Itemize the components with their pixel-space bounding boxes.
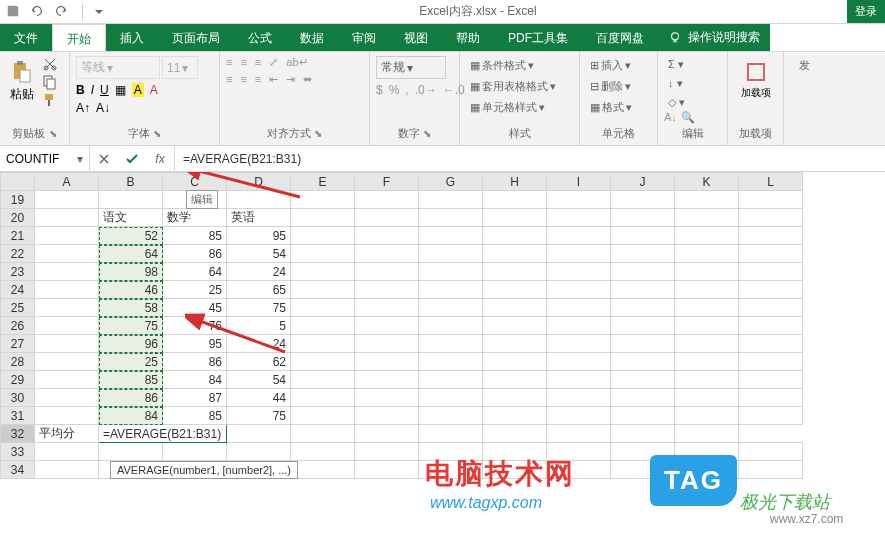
cell[interactable]: 98 <box>99 263 163 281</box>
row-header[interactable]: 29 <box>1 371 35 389</box>
name-box[interactable]: COUNTIF ▾ <box>0 146 90 171</box>
indent-inc-icon[interactable]: ⇥ <box>286 73 295 86</box>
percent-icon[interactable]: % <box>389 83 400 97</box>
cell[interactable]: 84 <box>99 407 163 425</box>
tab-data[interactable]: 数据 <box>286 24 338 51</box>
launcher-icon[interactable]: ⬊ <box>153 128 161 139</box>
increase-font-icon[interactable]: A↑ <box>76 101 90 115</box>
cell[interactable]: 86 <box>99 389 163 407</box>
row-header[interactable]: 25 <box>1 299 35 317</box>
tab-pdf[interactable]: PDF工具集 <box>494 24 582 51</box>
cell[interactable]: 58 <box>99 299 163 317</box>
save-icon[interactable] <box>6 4 22 20</box>
cell-styles-button[interactable]: ▦ 单元格样式 ▾ <box>466 98 573 117</box>
col-header[interactable]: L <box>739 173 803 191</box>
delete-cells-button[interactable]: ⊟ 删除 ▾ <box>586 77 651 96</box>
launcher-icon[interactable]: ⬊ <box>49 128 57 139</box>
align-top-icon[interactable]: ≡ <box>226 56 232 69</box>
cell[interactable]: 44 <box>227 389 291 407</box>
row-header[interactable]: 20 <box>1 209 35 227</box>
row-header[interactable]: 32 <box>1 425 35 443</box>
launcher-icon[interactable]: ⬊ <box>314 128 322 139</box>
launcher-icon[interactable]: ⬊ <box>423 128 431 139</box>
fill-button[interactable]: ↓ ▾ <box>664 75 721 92</box>
wrap-text-icon[interactable]: ab↵ <box>286 56 307 69</box>
sort-filter-icon[interactable]: A↓ <box>664 111 677 124</box>
col-header[interactable]: D <box>227 173 291 191</box>
cell[interactable]: 86 <box>163 245 227 263</box>
tab-file[interactable]: 文件 <box>0 24 52 51</box>
tab-review[interactable]: 审阅 <box>338 24 390 51</box>
align-bottom-icon[interactable]: ≡ <box>255 56 261 69</box>
row-header[interactable]: 23 <box>1 263 35 281</box>
row-header[interactable]: 33 <box>1 443 35 461</box>
table-format-button[interactable]: ▦ 套用表格格式 ▾ <box>466 77 573 96</box>
qat-dropdown-icon[interactable] <box>95 8 103 16</box>
cell[interactable]: 86 <box>163 353 227 371</box>
cell[interactable]: 95 <box>163 335 227 353</box>
formula-cancel-button[interactable] <box>90 146 118 171</box>
cell[interactable]: 65 <box>227 281 291 299</box>
row-header[interactable]: 27 <box>1 335 35 353</box>
cell[interactable]: 95 <box>227 227 291 245</box>
find-select-icon[interactable]: 🔍 <box>681 111 695 124</box>
formula-input[interactable]: =AVERAGE(B21:B31) <box>175 152 885 166</box>
row-header[interactable]: 22 <box>1 245 35 263</box>
col-header[interactable]: F <box>355 173 419 191</box>
cell[interactable]: 英语 <box>227 209 291 227</box>
col-header[interactable]: A <box>35 173 99 191</box>
tell-me-search[interactable]: 操作说明搜索 <box>658 24 770 51</box>
cell[interactable]: 46 <box>99 281 163 299</box>
tab-home[interactable]: 开始 <box>52 24 106 51</box>
row-header[interactable]: 31 <box>1 407 35 425</box>
align-middle-icon[interactable]: ≡ <box>240 56 246 69</box>
cell[interactable]: 数学 <box>163 209 227 227</box>
font-family-select[interactable]: 等线 ▾ <box>76 56 160 79</box>
cell[interactable]: 75 <box>99 317 163 335</box>
orientation-icon[interactable]: ⤢ <box>269 56 278 69</box>
redo-icon[interactable] <box>54 4 70 20</box>
addins-button[interactable]: 加载项 <box>734 56 777 104</box>
row-header[interactable]: 21 <box>1 227 35 245</box>
col-header[interactable]: E <box>291 173 355 191</box>
cell[interactable]: 25 <box>163 281 227 299</box>
cell[interactable]: 85 <box>99 371 163 389</box>
border-button[interactable]: ▦ <box>115 83 126 97</box>
cell[interactable]: 64 <box>163 263 227 281</box>
tab-view[interactable]: 视图 <box>390 24 442 51</box>
cell[interactable]: 96 <box>99 335 163 353</box>
cell[interactable]: 84 <box>163 371 227 389</box>
number-format-select[interactable]: 常规 ▾ <box>376 56 446 79</box>
tab-layout[interactable]: 页面布局 <box>158 24 234 51</box>
cell[interactable]: 52 <box>99 227 163 245</box>
col-header[interactable]: H <box>483 173 547 191</box>
copy-icon[interactable] <box>42 74 58 90</box>
cell[interactable]: 76 <box>163 317 227 335</box>
tab-baidu[interactable]: 百度网盘 <box>582 24 658 51</box>
inc-decimal-icon[interactable]: .0→ <box>415 83 437 97</box>
font-size-select[interactable]: 11 ▾ <box>162 56 198 79</box>
col-header[interactable]: G <box>419 173 483 191</box>
cell[interactable]: 85 <box>163 227 227 245</box>
col-header[interactable]: I <box>547 173 611 191</box>
cell[interactable]: 平均分 <box>35 425 99 443</box>
select-all-corner[interactable] <box>1 173 35 191</box>
cell[interactable]: 45 <box>163 299 227 317</box>
row-header[interactable]: 34 <box>1 461 35 479</box>
row-header[interactable]: 28 <box>1 353 35 371</box>
col-header[interactable]: C <box>163 173 227 191</box>
tab-insert[interactable]: 插入 <box>106 24 158 51</box>
row-header[interactable]: 26 <box>1 317 35 335</box>
tab-help[interactable]: 帮助 <box>442 24 494 51</box>
insert-function-button[interactable]: fx <box>146 146 174 171</box>
undo-icon[interactable] <box>30 4 46 20</box>
cell[interactable]: 语文 <box>99 209 163 227</box>
cell[interactable]: 24 <box>227 335 291 353</box>
align-right-icon[interactable]: ≡ <box>255 73 261 86</box>
active-cell[interactable]: =AVERAGE(B21:B31) <box>99 425 227 443</box>
indent-dec-icon[interactable]: ⇤ <box>269 73 278 86</box>
align-left-icon[interactable]: ≡ <box>226 73 232 86</box>
cell[interactable]: 25 <box>99 353 163 371</box>
format-cells-button[interactable]: ▦ 格式 ▾ <box>586 98 651 117</box>
cell[interactable]: 64 <box>99 245 163 263</box>
